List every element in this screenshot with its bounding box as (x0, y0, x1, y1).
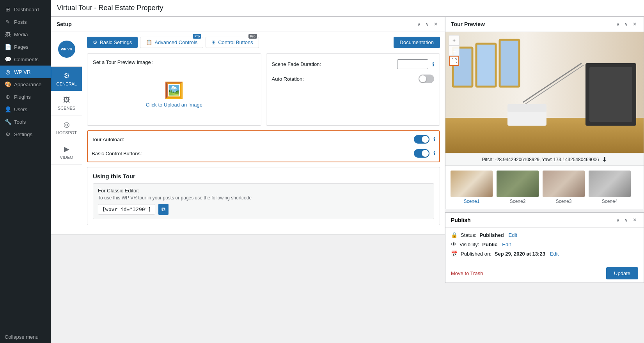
tabs-row: ⚙ Basic Settings Pro 📋 Advanced Controls… (87, 37, 440, 48)
setup-header-controls: ∧ ∨ ✕ (416, 21, 439, 28)
scene-item-2[interactable]: Scene2 (495, 169, 541, 206)
publish-collapse-up[interactable]: ∧ (615, 217, 621, 224)
scenes-row: Scene1 Scene2 Scene3 Scene4 (445, 165, 644, 209)
publish-header: Publish ∧ ∨ ✕ (445, 213, 644, 228)
using-tour-section: Using this Tour For Classic Editor: To u… (87, 167, 440, 225)
setup-sidebar-nav: WP VR ⚙ GENERAL 🖼 SCENES ◎ (51, 32, 82, 235)
classic-editor-title: For Classic Editor: (98, 188, 429, 194)
publish-box: Publish ∧ ∨ ✕ 🔒 Status: Published Edit (445, 212, 644, 283)
zoom-out-button[interactable]: − (449, 46, 459, 56)
comments-icon: 💬 (5, 56, 11, 62)
sidebar-item-posts[interactable]: ✎ Posts (0, 16, 51, 28)
scene-fade-row: Scene Fade Duration: ℹ (272, 59, 435, 69)
move-to-trash-link[interactable]: Move to Trash (451, 267, 483, 279)
upload-area[interactable]: 🖼️ Click to Upload an Image (93, 69, 255, 120)
published-on-edit-link[interactable]: Edit (550, 251, 559, 257)
sidebar-item-dashboard[interactable]: ⊞ Dashboard (0, 3, 51, 16)
scene-thumb-4 (589, 171, 631, 197)
visibility-edit-link[interactable]: Edit (502, 242, 511, 247)
posts-icon: ✎ (5, 19, 11, 25)
publish-close[interactable]: ✕ (631, 217, 638, 224)
sidebar-item-pages[interactable]: 📄 Pages (0, 41, 51, 53)
tab-control-buttons[interactable]: Pro ⊞ Control Buttons (206, 37, 259, 48)
auto-rotation-toggle[interactable] (419, 75, 434, 83)
right-settings-section: Scene Fade Duration: ℹ Auto Rotation: (266, 53, 440, 126)
setup-collapse-up[interactable]: ∧ (416, 21, 422, 28)
update-button[interactable]: Update (606, 267, 638, 279)
scene-thumb-2 (497, 171, 539, 197)
status-label: Status: (461, 232, 476, 238)
scene-thumb-3 (543, 171, 585, 197)
zoom-in-button[interactable]: + (449, 36, 459, 46)
tab-basic-settings[interactable]: ⚙ Basic Settings (87, 37, 138, 48)
documentation-button[interactable]: Documentation (394, 37, 440, 48)
publish-collapse-down[interactable]: ∨ (623, 217, 630, 224)
preview-title: Tour Preview (451, 21, 485, 27)
wpvr-icon: ◎ (5, 69, 11, 75)
using-tour-title: Using this Tour (93, 173, 434, 179)
sidebar-item-appearance[interactable]: 🎨 Appearance (0, 78, 51, 91)
preview-collapse-up[interactable]: ∧ (615, 21, 621, 28)
scene-thumb-1 (451, 171, 493, 197)
basic-control-buttons-row: Basic Control Buttons: ℹ (92, 149, 435, 158)
fullscreen-button[interactable]: ⛶ (449, 56, 459, 66)
setup-nav-video[interactable]: ▶ VIDEO (51, 140, 82, 165)
status-edit-link[interactable]: Edit (509, 232, 517, 238)
svg-rect-13 (507, 104, 546, 112)
sidebar: ⊞ Dashboard ✎ Posts 🖼 Media 📄 Pages 💬 Co… (0, 0, 51, 343)
sidebar-item-plugins[interactable]: ⊕ Plugins (0, 91, 51, 103)
download-icon[interactable]: ⬇ (602, 156, 607, 163)
tour-autoload-info-icon[interactable]: ℹ (433, 136, 435, 142)
auto-rotation-toggle-knob (419, 75, 426, 82)
pro-badge-advanced: Pro (193, 34, 201, 39)
hotspot-icon: ◎ (64, 120, 70, 129)
setup-nav-general[interactable]: ⚙ GENERAL (51, 67, 82, 91)
basic-control-buttons-info-icon[interactable]: ℹ (433, 150, 435, 156)
svg-rect-11 (589, 67, 632, 122)
scene-fade-input[interactable] (397, 59, 428, 69)
tab-advanced-controls[interactable]: Pro 📋 Advanced Controls (140, 37, 203, 48)
preview-svg (445, 32, 644, 153)
sidebar-item-comments[interactable]: 💬 Comments (0, 53, 51, 66)
setup-inner: WP VR ⚙ GENERAL 🖼 SCENES ◎ (51, 32, 445, 235)
basic-control-buttons-knob (422, 150, 429, 157)
collapse-menu[interactable]: Collapse menu (0, 331, 51, 343)
tour-autoload-knob (422, 136, 429, 143)
publish-footer: Move to Trash Update (445, 264, 644, 283)
highlight-box: Tour Autoload: ℹ Basic Control Buttons: (87, 130, 440, 162)
publish-body: 🔒 Status: Published Edit 👁 Visibility: P… (445, 228, 644, 264)
setup-collapse-down[interactable]: ∨ (424, 21, 431, 28)
sidebar-item-tools[interactable]: 🔧 Tools (0, 116, 51, 128)
tour-autoload-toggle[interactable] (414, 135, 429, 144)
shortcode-row: [wpvr id="3290"] ⧉ (98, 204, 429, 215)
setup-nav-hotspot[interactable]: ◎ HOTSPOT (51, 116, 82, 140)
sidebar-item-settings[interactable]: ⚙ Settings (0, 128, 51, 140)
tab-area: ⚙ Basic Settings Pro 📋 Advanced Controls… (82, 32, 445, 235)
sidebar-item-media[interactable]: 🖼 Media (0, 28, 51, 41)
pitch-yaw-bar: Pitch: -28.94429206108929, Yaw: 173.1432… (445, 153, 644, 165)
sidebar-item-wpvr[interactable]: ◎ WP VR (0, 66, 51, 78)
scene-item-3[interactable]: Scene3 (541, 169, 587, 206)
scene-item-4[interactable]: Scene4 (587, 169, 633, 206)
scene-label-4: Scene4 (602, 199, 618, 204)
scene-fade-label: Scene Fade Duration: (272, 61, 394, 67)
preview-collapse-down[interactable]: ∨ (623, 21, 630, 28)
basic-control-buttons-toggle[interactable] (414, 149, 429, 158)
sidebar-item-users[interactable]: 👤 Users (0, 103, 51, 116)
setup-close[interactable]: ✕ (432, 21, 439, 28)
video-icon: ▶ (64, 145, 69, 153)
scene-item-1[interactable]: Scene1 (449, 169, 495, 206)
scene-label-1: Scene1 (464, 199, 480, 204)
pages-icon: 📄 (5, 44, 11, 50)
basic-settings-icon: ⚙ (93, 39, 98, 45)
calendar-icon: 📅 (451, 251, 458, 257)
control-icon: ⊞ (211, 39, 216, 45)
users-icon: 👤 (5, 106, 11, 112)
right-panels: Tour Preview ∧ ∨ ✕ (445, 16, 644, 343)
setup-nav-scenes[interactable]: 🖼 SCENES (51, 91, 82, 116)
copy-shortcode-button[interactable]: ⧉ (158, 204, 169, 215)
svg-rect-4 (500, 40, 519, 87)
scene-fade-info-icon[interactable]: ℹ (432, 61, 434, 68)
preview-close[interactable]: ✕ (631, 21, 638, 28)
preview-header: Tour Preview ∧ ∨ ✕ (445, 17, 644, 32)
